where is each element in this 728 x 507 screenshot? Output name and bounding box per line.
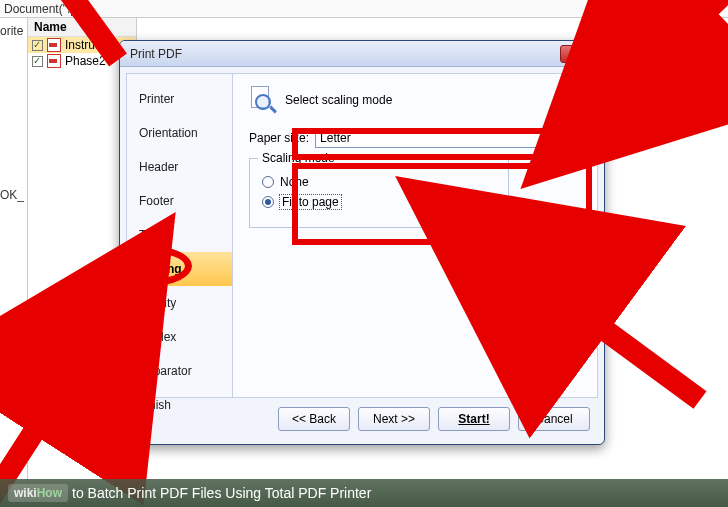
dialog-titlebar[interactable]: Print PDF ✕: [120, 41, 604, 67]
left-pane-fragment: orite: [0, 18, 27, 78]
radio-row-fit-to-page[interactable]: Fit to page: [262, 195, 496, 209]
sidebar-item-scaling[interactable]: Scaling: [127, 252, 232, 286]
start-button[interactable]: Start!: [438, 407, 510, 431]
path-bar: Document(".pdf): [0, 0, 728, 18]
sidebar-item-printer[interactable]: Printer: [127, 82, 232, 116]
file-name: Phase2: [65, 54, 106, 68]
dialog-button-bar: << Back Next >> Start! Cancel: [126, 402, 598, 436]
checkbox-icon[interactable]: [32, 40, 43, 51]
cancel-button[interactable]: Cancel: [518, 407, 590, 431]
sidebar-item-orientation[interactable]: Orientation: [127, 116, 232, 150]
radio-row-none[interactable]: None: [262, 175, 496, 189]
radio-icon[interactable]: [262, 196, 274, 208]
radio-label: None: [280, 175, 309, 189]
sidebar-item-separator[interactable]: Separator: [127, 354, 232, 388]
pdf-icon: [47, 54, 61, 68]
next-button[interactable]: Next >>: [358, 407, 430, 431]
pdf-icon: [47, 38, 61, 52]
wikihow-badge: wikiHow: [8, 484, 68, 502]
sidebar-item-header[interactable]: Header: [127, 150, 232, 184]
checkbox-icon[interactable]: [32, 56, 43, 67]
content-heading: Select scaling mode: [285, 93, 392, 107]
brand-part-2: How: [37, 486, 62, 500]
paper-size-value: Letter: [320, 131, 351, 145]
settings-content: Select scaling mode Paper size: Letter S…: [233, 74, 597, 397]
scaling-mode-group: Scaling mode NoneFit to page: [249, 158, 509, 228]
back-button[interactable]: << Back: [278, 407, 350, 431]
sidebar-item-duplex[interactable]: Duplex: [127, 320, 232, 354]
radio-icon[interactable]: [262, 176, 274, 188]
paper-size-dropdown[interactable]: Letter: [315, 128, 581, 148]
group-legend: Scaling mode: [258, 151, 339, 165]
dialog-body: PrinterOrientationHeaderFooterTrayScalin…: [126, 73, 598, 398]
sidebar-item-footer[interactable]: Footer: [127, 184, 232, 218]
settings-sidebar: PrinterOrientationHeaderFooterTrayScalin…: [127, 74, 233, 397]
print-pdf-dialog: Print PDF ✕ PrinterOrientationHeaderFoot…: [119, 40, 605, 445]
wikihow-caption: wikiHow to Batch Print PDF Files Using T…: [0, 479, 728, 507]
radio-label: Fit to page: [280, 195, 341, 209]
brand-part-1: wiki: [14, 486, 37, 500]
column-header-name[interactable]: Name: [28, 18, 136, 37]
sidebar-item-quality[interactable]: Quality: [127, 286, 232, 320]
close-button[interactable]: ✕: [560, 45, 600, 63]
paper-size-label: Paper size:: [249, 131, 309, 145]
chevron-down-icon: [568, 136, 576, 141]
status-text: OK_: [0, 188, 24, 202]
dialog-title: Print PDF: [130, 47, 182, 61]
sidebar-item-tray[interactable]: Tray: [127, 218, 232, 252]
file-name: Instruc: [65, 38, 101, 52]
close-icon: ✕: [575, 47, 585, 61]
magnifier-icon: [249, 86, 277, 114]
caption-text: to Batch Print PDF Files Using Total PDF…: [72, 485, 371, 501]
